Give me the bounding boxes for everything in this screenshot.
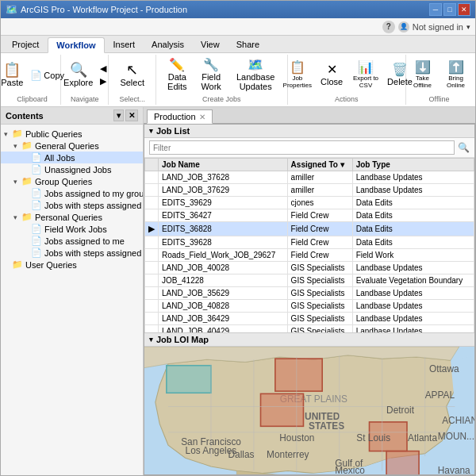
table-row[interactable]: EDITS_39629 cjones Data Edits [145, 197, 474, 209]
bring-online-label: Bring Online [443, 75, 469, 89]
sidebar-item-group-queries[interactable]: ▾📁Group Queries [1, 175, 143, 187]
row-assigned-to: Field Crew [287, 209, 352, 222]
table-row[interactable]: JOB_41228 GIS Specialists Evaluate Veget… [145, 274, 474, 287]
tab-view[interactable]: View [193, 37, 228, 52]
tab-workflow[interactable]: Workflow [48, 37, 104, 53]
tab-project[interactable]: Project [4, 37, 47, 52]
select-button[interactable]: ↖ Select [117, 61, 148, 89]
sidebar-item-all-jobs[interactable]: 📄All Jobs [1, 152, 143, 163]
tree-label: Unassigned Jobs [44, 165, 111, 175]
tree-label: Field Work Jobs [44, 225, 107, 234]
tree-label: Public Queries [25, 129, 83, 139]
row-assigned-to: GIS Specialists [287, 287, 352, 300]
row-job-name: LAND_JOB_36429 [159, 313, 288, 325]
table-row[interactable]: LAND_JOB_37629 amiller Landbase Updates [145, 184, 474, 197]
delete-icon: 🗑️ [392, 63, 408, 76]
signin-label[interactable]: Not signed in [413, 22, 463, 32]
col-job-type[interactable]: Job Type [352, 159, 474, 171]
production-tab-label: Production [154, 112, 196, 121]
tree-label: Group Queries [35, 177, 92, 186]
table-row[interactable]: LAND_JOB_40828 GIS Specialists Landbase … [145, 300, 474, 313]
export-csv-button[interactable]: 📊 Export to CSV [347, 60, 384, 90]
row-expand [145, 209, 159, 222]
svg-text:MEXICO: MEXICO [256, 473, 294, 475]
job-properties-label: Job Properties [282, 75, 313, 89]
production-tab-close[interactable]: ✕ [199, 113, 205, 121]
filter-input[interactable] [149, 140, 455, 155]
table-row[interactable]: LAND_JOB_36429 GIS Specialists Landbase … [145, 313, 474, 325]
sidebar-item-personal-queries[interactable]: ▾📁Personal Queries [1, 211, 143, 223]
sidebar-item-jobs-assigned-me[interactable]: 📄Jobs assigned to me [1, 235, 143, 247]
row-job-name: LAND_JOB_37629 [159, 184, 288, 197]
row-job-type: Landbase Updates [352, 184, 474, 197]
tree-label: Personal Queries [35, 213, 102, 222]
actions-group-label: Actions [335, 94, 359, 103]
sidebar-item-user-queries[interactable]: 📁User Queries [1, 259, 143, 271]
map-section: ▾ Job LOI Map [144, 332, 474, 475]
col-assigned-to[interactable]: Assigned To ▾ [287, 159, 352, 171]
minimize-button[interactable]: ─ [429, 3, 442, 16]
paste-button[interactable]: 📋 Paste [0, 61, 26, 89]
sidebar-item-public-queries[interactable]: ▾📁Public Queries [1, 128, 143, 140]
job-properties-icon: 📋 [290, 61, 305, 74]
field-work-button[interactable]: 🔧 Field Work [194, 57, 227, 93]
take-offline-label: Take Offline [410, 75, 436, 89]
select-icon: ↖ [126, 63, 138, 77]
row-assigned-to: GIS Specialists [287, 262, 352, 274]
table-row[interactable]: LAND_JOB_40028 GIS Specialists Landbase … [145, 262, 474, 274]
maximize-button[interactable]: □ [443, 3, 456, 16]
production-tab[interactable]: Production ✕ [147, 109, 213, 124]
job-loi-map-header[interactable]: ▾ Job LOI Map [144, 333, 474, 347]
copy-icon: 📄 [30, 70, 42, 81]
row-job-type: Data Edits [352, 209, 474, 222]
forward-icon: ▶ [100, 76, 106, 86]
ribbon-close-icon: ✕ [327, 63, 337, 76]
tab-analysis[interactable]: Analysis [144, 37, 192, 52]
ribbon-close-button[interactable]: ✕ Close [317, 62, 346, 88]
job-list-section-header[interactable]: ▾ Job List [144, 125, 474, 138]
sidebar-item-jobs-steps-me[interactable]: 📄Jobs with steps assigned to me [1, 247, 143, 259]
row-assigned-to: cjones [287, 197, 352, 209]
take-offline-button[interactable]: ⬇️ Take Offline [407, 60, 439, 90]
tab-insert[interactable]: Insert [106, 37, 144, 52]
table-row[interactable]: LAND_JOB_35629 GIS Specialists Landbase … [145, 287, 474, 300]
bring-online-button[interactable]: ⬆️ Bring Online [440, 60, 472, 90]
select-group-label: Select... [119, 94, 145, 103]
row-job-type: Landbase Updates [352, 171, 474, 184]
row-job-type: Data Edits [352, 222, 474, 236]
bring-online-icon: ⬆️ [448, 61, 464, 74]
sidebar-item-jobs-steps-groups[interactable]: 📄Jobs with steps assigned to my groups [1, 199, 143, 211]
col-job-name[interactable]: Job Name [159, 159, 288, 171]
tree-label: All Jobs [44, 153, 75, 163]
landbase-updates-label: Landbase Updates [232, 72, 279, 91]
table-row[interactable]: ▶ EDITS_36828 Field Crew Data Edits [145, 222, 474, 236]
help-button[interactable]: ? [382, 21, 395, 33]
table-row[interactable]: Roads_Field_Work_JOB_29627 Field Crew Fi… [145, 249, 474, 262]
sidebar-close-button[interactable]: ✕ [125, 109, 138, 121]
table-row[interactable]: LAND_JOB_40429 GIS Specialists Landbase … [145, 325, 474, 333]
landbase-updates-button[interactable]: 🗺️ Landbase Updates [229, 57, 282, 93]
data-edits-label: Data Edits [164, 72, 190, 91]
sidebar-item-unassigned-jobs[interactable]: 📄Unassigned Jobs [1, 163, 143, 175]
table-row[interactable]: EDITS_36427 Field Crew Data Edits [145, 209, 474, 222]
map-svg: GREAT PLAINS UNITED STATES MEXICO [144, 347, 474, 475]
explore-button[interactable]: 🔍 Explore [60, 61, 96, 89]
svg-text:Mexico: Mexico [335, 465, 365, 475]
tab-share[interactable]: Share [228, 37, 267, 52]
sidebar-item-general-queries[interactable]: ▾📁General Queries [1, 140, 143, 152]
data-edits-button[interactable]: ✏️ Data Edits [161, 57, 193, 93]
ribbon-group-navigate: 🔍 Explore ◀ ▶ Navigate [61, 55, 109, 105]
close-button[interactable]: ✕ [458, 3, 470, 16]
sidebar-item-jobs-assigned-groups[interactable]: 📄Jobs assigned to my groups [1, 187, 143, 199]
back-button[interactable]: ◀ [98, 63, 109, 75]
sidebar-options-button[interactable]: ▾ [113, 109, 124, 121]
sidebar-item-field-work-jobs[interactable]: 📄Field Work Jobs [1, 223, 143, 235]
forward-button[interactable]: ▶ [98, 75, 109, 87]
filter-search-icon[interactable]: 🔍 [458, 142, 470, 153]
job-properties-button[interactable]: 📋 Job Properties [279, 60, 317, 90]
ribbon-tabs: Project Workflow Insert Analysis View Sh… [1, 36, 475, 53]
row-expand [145, 300, 159, 313]
tree-arrow: ▾ [4, 130, 12, 138]
table-row[interactable]: EDITS_39628 Field Crew Data Edits [145, 236, 474, 249]
table-row[interactable]: LAND_JOB_37628 amiller Landbase Updates [145, 171, 474, 184]
